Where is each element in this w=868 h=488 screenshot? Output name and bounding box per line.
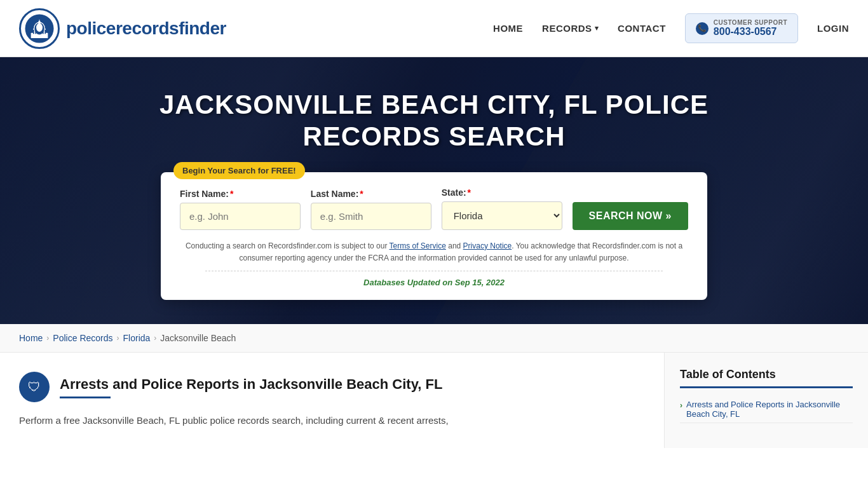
svg-rect-9	[43, 29, 44, 34]
search-fields: First Name:* Last Name:* State:* Alabama…	[180, 187, 688, 230]
logo-area: policerecordsfinder	[19, 8, 226, 49]
search-box: Begin Your Search for FREE! First Name:*…	[161, 172, 707, 300]
phone-icon: 📞	[696, 22, 709, 35]
records-chevron-icon: ▾	[595, 24, 599, 32]
breadcrumb-sep-1: ›	[46, 334, 49, 342]
login-button[interactable]: LOGIN	[817, 23, 849, 34]
state-select[interactable]: AlabamaAlaskaArizonaArkansasCaliforniaCo…	[442, 201, 562, 230]
main-content: 🛡 Arrests and Police Reports in Jacksonv…	[0, 353, 665, 448]
last-name-label: Last Name:*	[311, 189, 431, 199]
breadcrumb-florida[interactable]: Florida	[123, 333, 151, 343]
privacy-link[interactable]: Privacy Notice	[463, 241, 512, 250]
disclaimer-text: Conducting a search on Recordsfinder.com…	[180, 240, 688, 264]
search-button[interactable]: SEARCH NOW »	[573, 202, 688, 230]
content-area: 🛡 Arrests and Police Reports in Jacksonv…	[0, 353, 868, 448]
required-star-state: *	[468, 187, 471, 198]
nav-records[interactable]: RECORDS ▾	[542, 23, 599, 34]
toc-chevron-icon: ›	[680, 401, 682, 410]
article-title-underline	[60, 396, 111, 398]
article-body: Perform a free Jacksonville Beach, FL pu…	[19, 412, 645, 429]
divider	[205, 271, 663, 271]
breadcrumb-sep-2: ›	[117, 334, 119, 342]
tos-link[interactable]: Terms of Service	[390, 241, 446, 250]
logo-text: policerecordsfinder	[66, 18, 226, 39]
main-nav: HOME RECORDS ▾ CONTACT 📞 CUSTOMER SUPPOR…	[493, 13, 849, 43]
hero-section: JACKSONVILLE BEACH CITY, FL POLICE RECOR…	[0, 57, 868, 324]
customer-support-label: CUSTOMER SUPPORT	[714, 19, 787, 26]
svg-rect-10	[44, 29, 46, 34]
breadcrumb: Home › Police Records › Florida › Jackso…	[0, 324, 868, 353]
breadcrumb-police-records[interactable]: Police Records	[53, 333, 112, 343]
toc-item-1[interactable]: › Arrests and Police Reports in Jacksonv…	[680, 396, 853, 423]
logo-icon	[19, 8, 60, 49]
breadcrumb-home[interactable]: Home	[19, 333, 43, 343]
svg-rect-7	[33, 29, 34, 34]
toc-title: Table of Contents	[680, 368, 853, 388]
last-name-input[interactable]	[311, 203, 431, 230]
customer-support-button[interactable]: 📞 CUSTOMER SUPPORT 800-433-0567	[685, 13, 798, 43]
article-header: 🛡 Arrests and Police Reports in Jacksonv…	[19, 372, 645, 402]
db-updated: Databases Updated on Sep 15, 2022	[180, 278, 688, 287]
required-star-last: *	[360, 189, 363, 199]
state-group: State:* AlabamaAlaskaArizonaArkansasCali…	[442, 187, 562, 230]
police-badge-icon: 🛡	[19, 372, 50, 402]
nav-contact[interactable]: CONTACT	[618, 23, 666, 34]
first-name-group: First Name:*	[180, 189, 301, 230]
article-title: Arrests and Police Reports in Jacksonvil…	[60, 376, 442, 393]
svg-rect-8	[35, 29, 36, 34]
sidebar: Table of Contents › Arrests and Police R…	[665, 353, 868, 448]
free-badge: Begin Your Search for FREE!	[173, 162, 305, 179]
breadcrumb-current: Jacksonville Beach	[160, 333, 236, 343]
first-name-input[interactable]	[180, 203, 301, 230]
required-star-first: *	[230, 189, 233, 199]
nav-home[interactable]: HOME	[493, 23, 523, 34]
site-header: policerecordsfinder HOME RECORDS ▾ CONTA…	[0, 0, 868, 57]
customer-support-number: 800-433-0567	[714, 26, 787, 37]
last-name-group: Last Name:*	[311, 189, 431, 230]
breadcrumb-sep-3: ›	[154, 334, 156, 342]
first-name-label: First Name:*	[180, 189, 301, 199]
hero-title: JACKSONVILLE BEACH CITY, FL POLICE RECOR…	[148, 89, 720, 153]
state-label: State:*	[442, 187, 562, 198]
